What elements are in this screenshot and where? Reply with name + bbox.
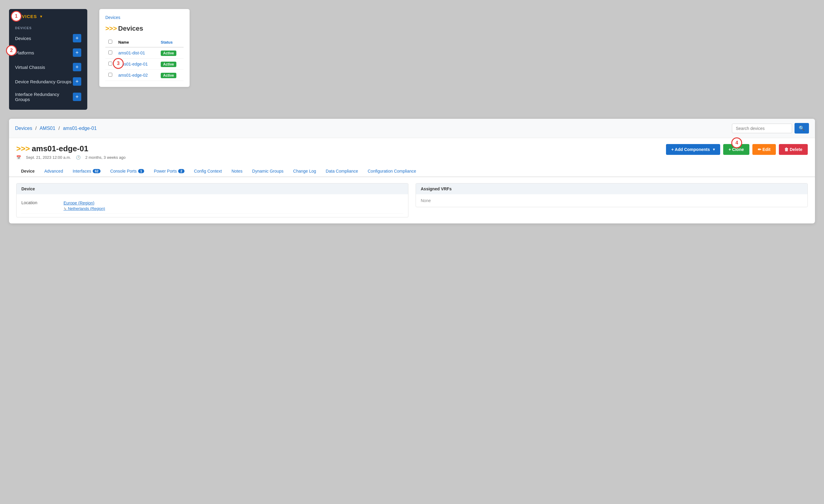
row-checkbox-1[interactable]: [108, 61, 112, 66]
tab-data-compliance[interactable]: Data Compliance: [321, 166, 363, 177]
menu-item-platforms-label: Platforms: [15, 50, 34, 55]
tab-change-log[interactable]: Change Log: [288, 166, 321, 177]
tab-device[interactable]: Device: [16, 166, 39, 177]
status-badge-0: Active: [161, 50, 176, 56]
menu-item-devices[interactable]: Devices +: [9, 31, 87, 45]
menu-item-devices-add-btn[interactable]: +: [73, 34, 81, 42]
vrfs-card-header: Assigned VRFs: [416, 183, 808, 194]
device-card-header: Device: [16, 183, 408, 194]
tab-badge: 62: [93, 169, 101, 173]
add-components-button[interactable]: + Add Components ▾: [666, 144, 720, 155]
location-europe-link[interactable]: Europe (Region): [64, 201, 95, 206]
edit-button[interactable]: ✏ Edit: [752, 144, 776, 155]
tab-label: Dynamic Groups: [252, 169, 284, 173]
tab-advanced[interactable]: Advanced: [39, 166, 68, 177]
search-input[interactable]: [732, 124, 792, 133]
status-badge-2: Active: [161, 73, 176, 78]
dropdown-arrow-icon: ▼: [39, 14, 43, 19]
device-age: 2 months, 3 weeks ago: [86, 155, 126, 160]
tab-badge: 2: [178, 169, 184, 173]
step-4-circle: 4: [731, 137, 742, 148]
tab-label: Notes: [231, 169, 242, 173]
tab-badge: 1: [138, 169, 144, 173]
search-bar: 🔍: [732, 123, 809, 133]
menu-item-device-redundancy[interactable]: Device Redundancy Groups +: [9, 74, 87, 89]
breadcrumb-ams01[interactable]: AMS01: [39, 126, 55, 131]
tab-configuration-compliance[interactable]: Configuration Compliance: [363, 166, 421, 177]
device-link-0[interactable]: ams01-dist-01: [118, 50, 145, 55]
col-header-status: Status: [158, 37, 184, 47]
device-link-2[interactable]: ams01-edge-02: [118, 73, 148, 78]
tab-label: Config Context: [194, 169, 222, 173]
tab-dynamic-groups[interactable]: Dynamic Groups: [247, 166, 288, 177]
breadcrumb-devices[interactable]: Devices: [15, 126, 32, 131]
col-header-name: Name: [115, 37, 158, 47]
menu-item-platforms[interactable]: Platforms +: [9, 45, 87, 60]
menu-item-devices-label: Devices: [15, 36, 31, 41]
tab-label: Advanced: [44, 169, 63, 173]
location-field-row: Location Europe (Region) Netherlands (Re…: [21, 198, 403, 214]
tab-notes[interactable]: Notes: [227, 166, 247, 177]
breadcrumb-device[interactable]: ams01-edge-01: [63, 126, 97, 131]
select-all-checkbox[interactable]: [108, 40, 112, 43]
menu-item-virtual-chassis[interactable]: Virtual Chassis +: [9, 60, 87, 74]
menu-item-interface-redundancy[interactable]: Interface Redundancy Groups +: [9, 89, 87, 105]
device-detail-panel: Devices / AMS01 / ams01-edge-01 🔍 >>>ams…: [9, 119, 815, 224]
breadcrumb: Devices / AMS01 / ams01-edge-01: [15, 126, 97, 131]
table-row: ams01-dist-01Active: [105, 47, 184, 58]
device-name-arrows-icon: >>>: [16, 144, 30, 153]
step-3-circle: 3: [113, 58, 124, 69]
breadcrumb-bar: Devices / AMS01 / ams01-edge-01 🔍: [9, 119, 815, 138]
menu-item-device-redundancy-add-btn[interactable]: +: [73, 77, 81, 86]
row-checkbox-0[interactable]: [108, 50, 112, 54]
menu-section-label: DEVICES: [9, 24, 87, 31]
device-date: Sept. 21, 2023 12:00 a.m.: [26, 155, 71, 160]
device-name: >>>ams01-edge-01: [16, 144, 125, 153]
content-left: Device Location Europe (Region) Netherla…: [16, 183, 408, 218]
step-2-circle: 2: [6, 45, 17, 56]
menu-item-interface-redundancy-add-btn[interactable]: +: [73, 93, 81, 101]
device-meta: 📅 Sept. 21, 2023 12:00 a.m. 🕐 2 months, …: [16, 155, 125, 160]
tab-label: Device: [21, 169, 34, 173]
table-row: ams01-edge-02Active: [105, 70, 184, 81]
action-buttons: 4 + Add Components ▾ + Clone ✏ Edit 🗑 De…: [666, 144, 808, 155]
devices-panel: Devices >>>Devices Name Status ams01-dis…: [99, 9, 190, 87]
device-clock-icon: 🕐: [76, 155, 81, 160]
tab-label: Console Ports: [110, 169, 137, 173]
tab-label: Interfaces: [73, 169, 91, 173]
breadcrumb-sep-2: /: [59, 126, 60, 131]
step-1-circle: 1: [11, 11, 22, 22]
delete-label: 🗑 Delete: [784, 147, 802, 152]
tab-config-context[interactable]: Config Context: [189, 166, 227, 177]
vrfs-card: Assigned VRFs None: [416, 183, 808, 207]
vrfs-card-body: None: [416, 194, 808, 207]
status-badge-1: Active: [161, 61, 176, 67]
content-right: Assigned VRFs None: [416, 183, 808, 218]
delete-button[interactable]: 🗑 Delete: [779, 144, 808, 155]
devices-dropdown-menu: 1 DEVICES ▼ DEVICES 2 Devices + Platform…: [9, 9, 87, 110]
menu-item-platforms-add-btn[interactable]: +: [73, 48, 81, 57]
add-components-label: + Add Components: [672, 147, 710, 152]
tab-interfaces[interactable]: Interfaces62: [68, 166, 105, 177]
device-card-body: Location Europe (Region) Netherlands (Re…: [16, 194, 408, 217]
panel-title: >>>Devices: [105, 25, 184, 32]
menu-item-device-redundancy-label: Device Redundancy Groups: [15, 79, 72, 84]
panel-breadcrumb[interactable]: Devices: [105, 15, 184, 20]
devices-table: Name Status ams01-dist-01Active3ams01-ed…: [105, 37, 184, 81]
menu-item-interface-redundancy-label: Interface Redundancy Groups: [15, 92, 73, 102]
search-button[interactable]: 🔍: [795, 123, 809, 133]
row-checkbox-2[interactable]: [108, 73, 112, 77]
tab-label: Data Compliance: [326, 169, 358, 173]
add-components-caret: ▾: [713, 147, 715, 151]
tab-power-ports[interactable]: Power Ports2: [149, 166, 189, 177]
menu-item-virtual-chassis-add-btn[interactable]: +: [73, 63, 81, 71]
table-row: 3ams01-edge-01Active: [105, 58, 184, 70]
tab-console-ports[interactable]: Console Ports1: [105, 166, 149, 177]
breadcrumb-sep-1: /: [35, 126, 36, 131]
menu-item-virtual-chassis-label: Virtual Chassis: [15, 65, 45, 70]
vrfs-none-value: None: [421, 198, 431, 203]
device-card: Device Location Europe (Region) Netherla…: [16, 183, 408, 218]
device-date-icon: 📅: [16, 155, 21, 160]
location-netherlands-link[interactable]: Netherlands (Region): [64, 206, 105, 211]
location-value: Europe (Region) Netherlands (Region): [64, 200, 105, 211]
